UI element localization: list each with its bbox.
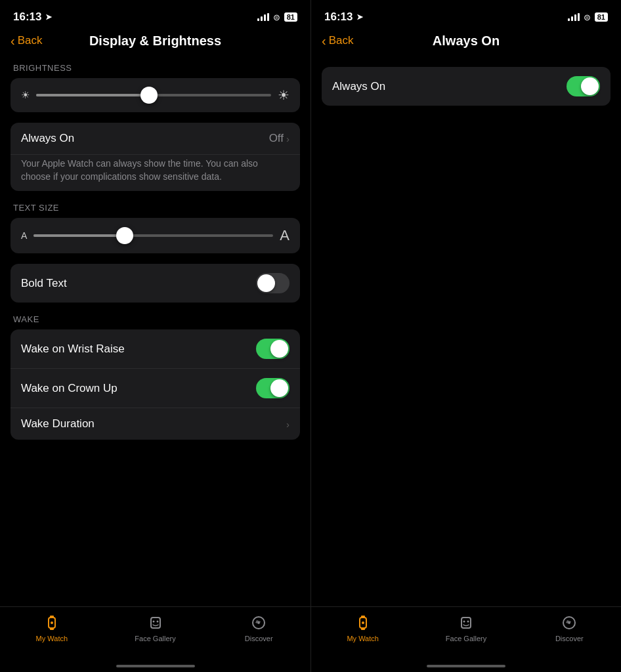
text-size-slider-track[interactable]: [33, 234, 273, 237]
always-on-card-1[interactable]: Always On Off › Your Apple Watch can alw…: [11, 123, 300, 191]
wake-card: Wake on Wrist Raise Wake on Crown Up Wak…: [11, 329, 300, 440]
my-watch-icon-1: [43, 614, 61, 632]
brightness-slider-card: ☀ ☀: [11, 78, 300, 112]
tab-discover-1[interactable]: Discover: [207, 614, 310, 642]
tab-my-watch-2[interactable]: My Watch: [311, 614, 414, 642]
wake-crown-label: Wake on Crown Up: [21, 382, 118, 395]
tab-discover-label-2: Discover: [555, 635, 584, 642]
wifi-icon-1: ⊜: [273, 12, 280, 22]
brightness-label: BRIGHTNESS: [11, 63, 300, 73]
bold-text-card: Bold Text: [11, 264, 300, 303]
wake-wrist-label: Wake on Wrist Raise: [21, 343, 125, 356]
panel-display-brightness: 16:13 ➤ ⊜ 81 ‹ Back Display & Brightness…: [0, 0, 310, 672]
always-on-description: Your Apple Watch can always show the tim…: [11, 155, 300, 191]
svg-rect-11: [361, 616, 365, 618]
always-on-toggle-card: Always On: [322, 67, 610, 106]
wake-crown-toggle[interactable]: [256, 378, 289, 398]
status-right-1: ⊜ 81: [257, 12, 297, 22]
tab-face-gallery-2[interactable]: Face Gallery: [414, 614, 517, 642]
sun-large-icon: ☀: [278, 87, 289, 103]
wake-duration-label: Wake Duration: [21, 417, 95, 430]
tab-bar-2: My Watch Face Gallery: [311, 606, 621, 664]
always-on-label: Always On: [21, 132, 74, 145]
svg-point-16: [467, 621, 469, 623]
text-a-small-icon: A: [21, 230, 27, 241]
signal-icon-1: [257, 13, 269, 21]
svg-point-13: [362, 621, 364, 624]
always-on-toggle-label: Always On: [332, 80, 385, 93]
status-time-2: 16:13 ➤: [324, 10, 363, 24]
face-gallery-icon-2: [457, 614, 475, 632]
battery-2: 81: [595, 12, 608, 22]
brightness-slider-track[interactable]: [36, 94, 271, 96]
back-chevron-icon-2: ‹: [322, 34, 326, 47]
svg-rect-1: [50, 616, 54, 618]
signal-icon-2: [568, 13, 580, 21]
status-bar-1: 16:13 ➤ ⊜ 81: [0, 0, 310, 29]
wake-duration-chevron-icon: ›: [286, 419, 289, 430]
wake-crown-row[interactable]: Wake on Crown Up: [11, 369, 300, 408]
home-indicator-1: [0, 664, 310, 668]
status-right-2: ⊜ 81: [568, 12, 608, 22]
content-2: Always On: [311, 54, 621, 606]
svg-rect-12: [361, 627, 365, 630]
status-time-1: 16:13 ➤: [13, 10, 52, 24]
svg-point-3: [51, 621, 53, 624]
text-size-label: TEXT SIZE: [11, 203, 300, 213]
location-icon-1: ➤: [45, 12, 52, 22]
status-bar-2: 16:13 ➤ ⊜ 81: [311, 0, 621, 29]
svg-point-9: [258, 622, 260, 624]
wake-label: WAKE: [11, 314, 300, 324]
wake-wrist-toggle[interactable]: [256, 339, 289, 359]
content-1: BRIGHTNESS ☀ ☀ Always On Off › Your Appl…: [0, 54, 310, 606]
tab-face-gallery-label-2: Face Gallery: [446, 635, 486, 642]
wifi-icon-2: ⊜: [584, 12, 591, 22]
always-on-value: Off ›: [269, 132, 289, 145]
svg-rect-4: [151, 618, 160, 628]
tab-my-watch-1[interactable]: My Watch: [0, 614, 104, 642]
tab-my-watch-label-1: My Watch: [36, 635, 68, 642]
home-indicator-2: [311, 664, 621, 668]
panel-always-on: 16:13 ➤ ⊜ 81 ‹ Back Always On Always On: [310, 0, 621, 672]
page-title-1: Display & Brightness: [89, 33, 221, 49]
tab-my-watch-label-2: My Watch: [347, 635, 379, 642]
location-icon-2: ➤: [356, 12, 363, 22]
tab-face-gallery-1[interactable]: Face Gallery: [104, 614, 207, 642]
face-gallery-icon-1: [146, 614, 165, 632]
battery-1: 81: [284, 12, 297, 22]
my-watch-icon-2: [354, 614, 372, 632]
wake-wrist-toggle-thumb: [270, 340, 288, 358]
bold-text-toggle-thumb: [257, 274, 275, 292]
tab-bar-1: My Watch Face Gallery: [0, 606, 310, 664]
nav-header-2: ‹ Back Always On: [311, 29, 621, 54]
wake-crown-toggle-thumb: [270, 379, 288, 397]
bold-text-toggle[interactable]: [256, 273, 289, 293]
svg-point-19: [568, 622, 570, 624]
text-a-large-icon: A: [280, 227, 289, 244]
page-title-2: Always On: [433, 33, 500, 49]
svg-point-15: [463, 621, 465, 623]
back-button-2[interactable]: ‹ Back: [322, 34, 353, 47]
always-on-row[interactable]: Always On Off ›: [11, 123, 300, 155]
wake-duration-row[interactable]: Wake Duration ›: [11, 408, 300, 440]
bold-text-label: Bold Text: [21, 277, 67, 290]
always-on-chevron-icon: ›: [286, 133, 289, 144]
sun-small-icon: ☀: [21, 89, 30, 101]
svg-rect-2: [50, 627, 54, 630]
always-on-toggle[interactable]: [567, 76, 600, 96]
svg-rect-14: [461, 618, 471, 628]
svg-point-6: [156, 621, 158, 623]
nav-header-1: ‹ Back Display & Brightness: [0, 29, 310, 54]
tab-discover-label-1: Discover: [245, 635, 273, 642]
back-chevron-icon-1: ‹: [11, 34, 15, 47]
svg-point-5: [152, 621, 154, 623]
tab-discover-2[interactable]: Discover: [518, 614, 621, 642]
text-size-slider-card: A A: [11, 218, 300, 253]
always-on-toggle-thumb: [581, 77, 599, 95]
back-button-1[interactable]: ‹ Back: [11, 34, 42, 47]
tab-face-gallery-label-1: Face Gallery: [135, 635, 175, 642]
discover-icon-2: [560, 614, 578, 632]
wake-wrist-row[interactable]: Wake on Wrist Raise: [11, 329, 300, 369]
discover-icon-1: [249, 614, 268, 632]
